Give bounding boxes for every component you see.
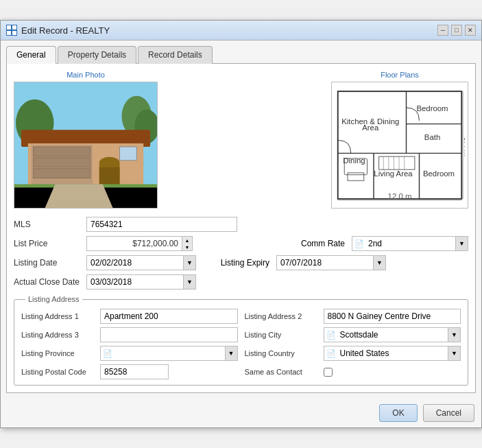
addr3-label: Listing Address 3: [21, 331, 97, 339]
addr3-input[interactable]: [100, 327, 238, 342]
tab-bar: General Property Details Record Details: [6, 46, 476, 64]
country-doc-icon: 📄: [324, 349, 338, 358]
comm-rate-value: 2nd: [366, 237, 455, 250]
svg-text:Bedroom: Bedroom: [416, 104, 448, 113]
list-price-label: List Price: [14, 239, 82, 248]
province-row: Listing Province 📄 ▼: [21, 346, 238, 361]
mls-row: MLS: [14, 217, 468, 232]
svg-text:8.4 m: 8.4 m: [463, 137, 465, 157]
addr1-input[interactable]: [100, 309, 238, 324]
listing-expiry-arrow-icon[interactable]: ▼: [373, 256, 385, 270]
svg-text:Bedroom: Bedroom: [423, 169, 455, 178]
maximize-button[interactable]: □: [451, 25, 462, 36]
tab-property-details[interactable]: Property Details: [58, 46, 136, 64]
price-up-button[interactable]: ▲: [182, 237, 192, 244]
cancel-button[interactable]: Cancel: [423, 404, 474, 422]
actual-close-label: Actual Close Date: [14, 277, 82, 287]
main-photo-label[interactable]: Main Photo: [67, 71, 105, 79]
listing-expiry-value: 07/07/2018: [277, 256, 373, 270]
floor-plan-section: Floor Plans: [331, 71, 468, 209]
svg-rect-0: [7, 25, 11, 30]
price-down-button[interactable]: ▼: [182, 244, 192, 250]
svg-rect-16: [120, 147, 137, 161]
floor-plan-label[interactable]: Floor Plans: [381, 71, 419, 79]
listing-date-value: 02/02/2018: [87, 256, 183, 270]
app-icon: [6, 25, 17, 36]
svg-rect-1: [12, 25, 16, 30]
main-photo-box[interactable]: [14, 82, 158, 209]
photos-row: Main Photo: [14, 71, 468, 209]
addr3-row: Listing Address 3: [21, 327, 238, 342]
close-button[interactable]: ✕: [465, 25, 476, 36]
same-as-contact-row: Same as Contact: [245, 364, 461, 379]
close-date-row: Actual Close Date 03/03/2018 ▼: [14, 274, 468, 290]
postal-input[interactable]: [100, 364, 169, 379]
country-arrow-icon[interactable]: ▼: [448, 346, 460, 360]
tab-general[interactable]: General: [6, 46, 56, 64]
content-area: General Property Details Record Details …: [1, 40, 481, 399]
tab-content-general: Main Photo: [6, 63, 476, 393]
city-value: Scottsdale: [338, 328, 448, 342]
svg-text:Bath: Bath: [424, 133, 440, 141]
svg-text:Dining: Dining: [343, 156, 365, 165]
comm-rate-select[interactable]: 📄 2nd ▼: [352, 236, 468, 251]
addr2-input[interactable]: [324, 309, 461, 324]
price-wrapper: ▲ ▼: [86, 236, 282, 251]
title-bar: Edit Record - REALTY ─ □ ✕: [1, 21, 481, 40]
addr2-label: Listing Address 2: [245, 312, 320, 320]
province-doc-icon: 📄: [101, 349, 115, 358]
mls-input[interactable]: [86, 217, 237, 232]
same-as-contact-checkbox[interactable]: [324, 368, 333, 377]
footer: OK Cancel: [1, 399, 481, 427]
addr2-row: Listing Address 2: [245, 309, 461, 324]
city-arrow-icon[interactable]: ▼: [448, 328, 460, 342]
address-grid: Listing Address 1 Listing Address 2 List…: [21, 309, 461, 379]
svg-rect-12: [34, 158, 91, 167]
price-spinner: ▲ ▼: [182, 236, 193, 251]
postal-row: Listing Postal Code: [21, 364, 238, 379]
province-label: Listing Province: [21, 349, 97, 357]
dates-row: Listing Date 02/02/2018 ▼ Listing Expiry…: [14, 255, 468, 270]
actual-close-value: 03/03/2018: [87, 275, 183, 289]
mls-label: MLS: [14, 220, 82, 229]
city-label: Listing City: [245, 331, 320, 339]
actual-close-picker[interactable]: 03/03/2018 ▼: [86, 274, 196, 290]
svg-rect-11: [34, 147, 91, 156]
province-arrow-icon[interactable]: ▼: [225, 346, 237, 360]
list-price-input[interactable]: [86, 236, 182, 251]
country-select[interactable]: 📄 United States ▼: [324, 346, 461, 361]
actual-close-arrow-icon[interactable]: ▼: [183, 275, 195, 289]
same-as-contact-wrapper: [324, 368, 333, 377]
same-as-contact-label: Same as Contact: [245, 368, 320, 376]
listing-date-picker[interactable]: 02/02/2018 ▼: [86, 255, 196, 270]
comm-rate-arrow-icon[interactable]: ▼: [455, 237, 468, 250]
ok-button[interactable]: OK: [379, 404, 417, 422]
country-value: United States: [338, 346, 448, 360]
listing-date-label: Listing Date: [14, 258, 82, 268]
comm-rate-doc-icon: 📄: [352, 239, 366, 248]
svg-text:Area: Area: [362, 123, 379, 132]
country-row: Listing Country 📄 United States ▼: [245, 346, 461, 361]
svg-text:Living Area: Living Area: [374, 169, 413, 178]
svg-marker-19: [45, 184, 113, 208]
city-doc-icon: 📄: [324, 331, 338, 340]
listing-expiry-picker[interactable]: 07/07/2018 ▼: [276, 255, 386, 270]
svg-rect-13: [34, 169, 91, 178]
postal-label: Listing Postal Code: [21, 368, 97, 376]
addr1-label: Listing Address 1: [21, 312, 97, 320]
tab-record-details[interactable]: Record Details: [138, 46, 213, 64]
province-value: [115, 351, 225, 355]
main-photo-section: Main Photo: [14, 71, 158, 209]
window-title: Edit Record - REALTY: [21, 25, 110, 36]
title-bar-left: Edit Record - REALTY: [6, 25, 110, 36]
addr1-row: Listing Address 1: [21, 309, 238, 324]
province-select[interactable]: 📄 ▼: [100, 346, 238, 361]
listing-date-arrow-icon[interactable]: ▼: [183, 256, 195, 270]
svg-text:12.0 m: 12.0 m: [388, 192, 412, 200]
floor-plan-box[interactable]: Kitchen & Dining Area Bedroom Bath Dinin…: [331, 82, 468, 209]
city-select[interactable]: 📄 Scottsdale ▼: [324, 327, 461, 342]
svg-rect-3: [12, 31, 16, 35]
svg-rect-2: [7, 31, 11, 35]
minimize-button[interactable]: ─: [437, 25, 448, 36]
listing-address-fieldset: Listing Address Listing Address 1 Listin…: [14, 295, 468, 386]
